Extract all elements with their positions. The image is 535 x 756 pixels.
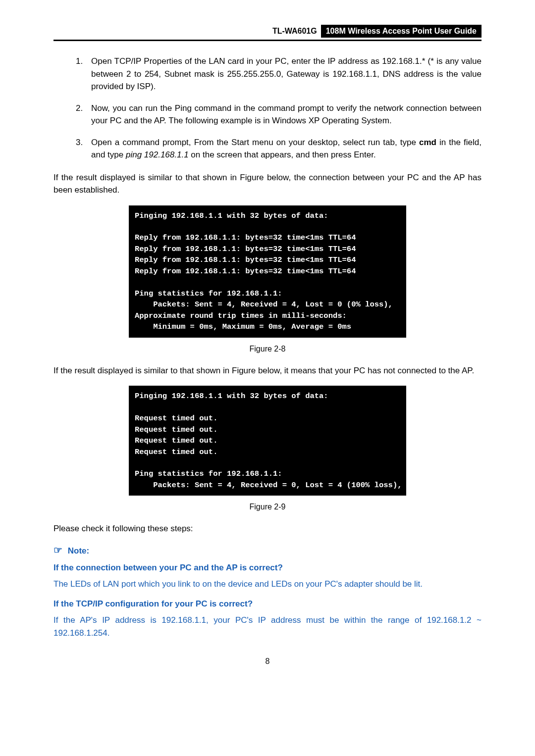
paragraph-success-intro: If the result displayed is similar to th… bbox=[54, 171, 482, 197]
paragraph-check-steps: Please check it following these steps: bbox=[54, 522, 482, 535]
page-number: 8 bbox=[54, 657, 482, 666]
question-1: If the connection between your PC and th… bbox=[54, 563, 482, 573]
header-title: 108M Wireless Access Point User Guide bbox=[321, 25, 482, 38]
answer-1: The LEDs of LAN port which you link to o… bbox=[54, 578, 482, 591]
pointing-hand-icon: ☞ bbox=[54, 545, 62, 555]
note-label: Note: bbox=[68, 546, 89, 555]
header-model: TL-WA601G bbox=[268, 25, 321, 38]
figure-caption-1: Figure 2-8 bbox=[54, 345, 482, 353]
step-3-text-c: on the screen that appears, and then pre… bbox=[189, 150, 376, 159]
question-2: If the TCP/IP configuration for your PC … bbox=[54, 599, 482, 609]
step-3-text-a: Open a command prompt, From the Start me… bbox=[91, 138, 419, 147]
step-3-cmd: cmd bbox=[419, 138, 436, 147]
terminal-output-fail: Pinging 192.168.1.1 with 32 bytes of dat… bbox=[129, 386, 406, 496]
paragraph-fail-intro: If the result displayed is similar to th… bbox=[54, 364, 482, 377]
step-1-text: Open TCP/IP Properties of the LAN card i… bbox=[91, 56, 482, 91]
terminal-output-success: Pinging 192.168.1.1 with 32 bytes of dat… bbox=[129, 205, 406, 338]
page-header: TL-WA601G 108M Wireless Access Point Use… bbox=[54, 25, 482, 38]
step-list: Open TCP/IP Properties of the LAN card i… bbox=[54, 55, 482, 161]
header-rule bbox=[54, 40, 482, 41]
figure-caption-2: Figure 2-9 bbox=[54, 503, 482, 511]
note-heading: ☞ Note: bbox=[54, 544, 482, 556]
step-3-ping: ping 192.168.1.1 bbox=[126, 150, 189, 159]
step-3: Open a command prompt, From the Start me… bbox=[85, 136, 482, 161]
step-1: Open TCP/IP Properties of the LAN card i… bbox=[85, 55, 482, 93]
step-2: Now, you can run the Ping command in the… bbox=[85, 102, 482, 127]
step-2-text: Now, you can run the Ping command in the… bbox=[91, 103, 482, 126]
document-page: TL-WA601G 108M Wireless Access Point Use… bbox=[0, 0, 535, 756]
answer-2: If the AP's IP address is 192.168.1.1, y… bbox=[54, 614, 482, 639]
